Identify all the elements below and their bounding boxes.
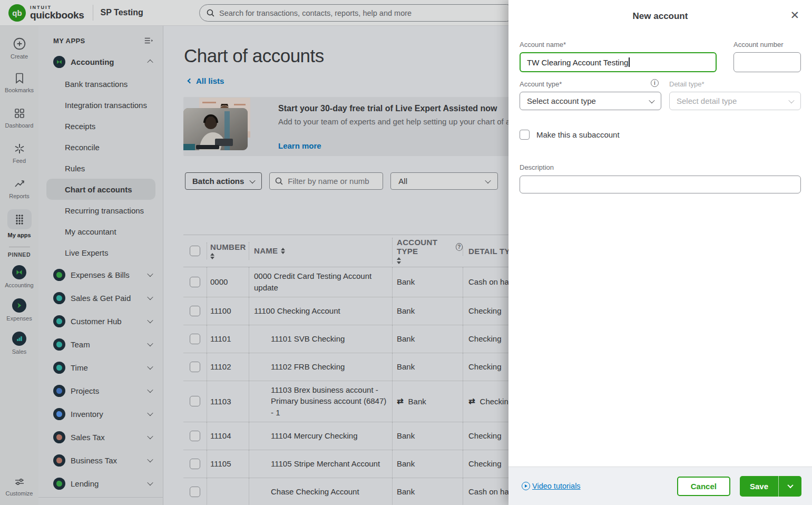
detail-type-dropdown[interactable]: Select detail type — [669, 92, 801, 110]
close-icon[interactable]: ✕ — [790, 9, 799, 21]
info-icon[interactable]: i — [651, 79, 659, 87]
account-name-label: Account name* — [520, 41, 566, 48]
cancel-button[interactable]: Cancel — [677, 477, 730, 496]
subaccount-label: Make this a subaccount — [536, 130, 620, 139]
account-type-dropdown[interactable]: Select account type — [520, 92, 661, 110]
save-button[interactable]: Save — [740, 476, 778, 497]
text-cursor — [629, 57, 630, 67]
account-number-label: Account number — [733, 41, 784, 48]
video-tutorials-link[interactable]: Video tutorials — [522, 482, 581, 490]
account-name-input[interactable]: TW Clearing Account Testing — [520, 52, 717, 72]
chevron-down-icon — [649, 97, 654, 103]
detail-type-label: Detail type* — [669, 80, 704, 88]
chevron-down-icon — [787, 482, 793, 488]
new-account-drawer: New account ✕ Account name* TW Clearing … — [508, 0, 812, 505]
play-icon — [522, 482, 530, 490]
account-type-label: Account type* — [520, 80, 562, 88]
subaccount-option: Make this a subaccount — [520, 130, 620, 140]
save-options-button[interactable] — [778, 476, 801, 497]
subaccount-checkbox[interactable] — [520, 130, 530, 140]
description-input[interactable] — [520, 176, 801, 193]
account-number-input[interactable] — [733, 52, 801, 72]
chevron-down-icon — [788, 97, 794, 103]
drawer-title: New account — [508, 11, 812, 22]
drawer-footer: Video tutorials Cancel Save — [508, 467, 812, 505]
description-label: Description — [520, 163, 554, 171]
